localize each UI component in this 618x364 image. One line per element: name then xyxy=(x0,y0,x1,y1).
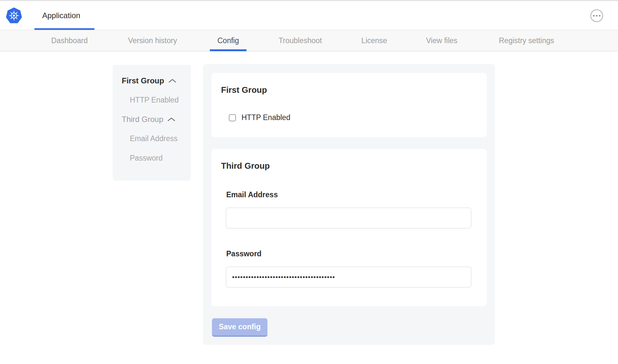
sidebar-item-label: First Group xyxy=(122,76,164,85)
http-enabled-field[interactable]: HTTP Enabled xyxy=(229,113,487,122)
http-enabled-checkbox[interactable] xyxy=(229,114,236,121)
kubernetes-logo-icon xyxy=(6,7,22,24)
chevron-up-icon[interactable] xyxy=(168,79,177,83)
ellipsis-dot xyxy=(596,15,598,17)
group-title-first: First Group xyxy=(221,85,487,95)
email-address-label: Email Address xyxy=(226,190,487,199)
sidebar-item-http-enabled[interactable]: HTTP Enabled xyxy=(122,95,191,105)
tab-troubleshoot[interactable]: Troubleshoot xyxy=(278,30,322,51)
app-tab-active-underline xyxy=(34,28,94,30)
sidebar-item-label: Third Group xyxy=(122,115,163,124)
app-nav-bar: Dashboard Version history Config Trouble… xyxy=(0,30,618,51)
sidebar-item-first-group[interactable]: First Group xyxy=(122,76,191,86)
tab-dashboard[interactable]: Dashboard xyxy=(51,30,88,51)
tab-view-files[interactable]: View files xyxy=(426,30,458,51)
tab-config[interactable]: Config xyxy=(217,30,239,51)
ellipsis-dot xyxy=(593,15,595,17)
top-bar: Application xyxy=(0,1,618,30)
group-title-third: Third Group xyxy=(221,161,487,171)
password-input[interactable] xyxy=(226,267,471,287)
tab-registry-settings[interactable]: Registry settings xyxy=(499,30,554,51)
config-groups-sidebar: First Group HTTP Enabled Third Group Ema… xyxy=(113,65,191,181)
password-label: Password xyxy=(226,249,487,258)
sidebar-item-third-group[interactable]: Third Group xyxy=(122,115,191,124)
sidebar-item-email-address[interactable]: Email Address xyxy=(122,134,191,143)
http-enabled-label: HTTP Enabled xyxy=(241,113,290,122)
config-group-card-third: Third Group Email Address Password xyxy=(211,149,487,306)
sidebar-item-password[interactable]: Password xyxy=(122,153,191,163)
config-panel: First Group HTTP Enabled Third Group Ema… xyxy=(203,64,495,345)
ellipsis-menu-button[interactable] xyxy=(590,9,603,22)
helm-wheel-icon xyxy=(9,10,19,21)
tab-license[interactable]: License xyxy=(361,30,387,51)
ellipsis-dot xyxy=(599,15,600,17)
save-config-button[interactable]: Save config xyxy=(212,318,267,337)
app-tab-application[interactable]: Application xyxy=(42,1,80,30)
config-group-card-first: First Group HTTP Enabled xyxy=(211,73,487,137)
chevron-up-icon[interactable] xyxy=(167,117,176,122)
email-address-input[interactable] xyxy=(226,208,471,228)
tab-version-history[interactable]: Version history xyxy=(128,30,177,51)
tab-config-active-underline xyxy=(210,49,247,51)
